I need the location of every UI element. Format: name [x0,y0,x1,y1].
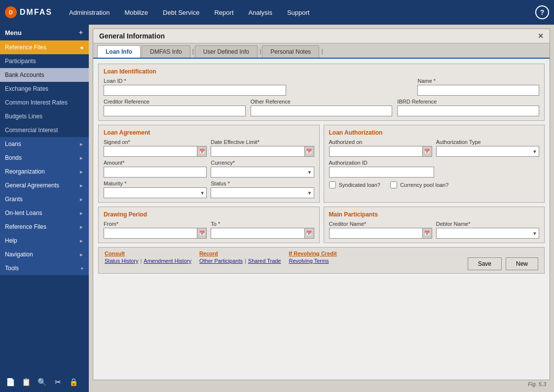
drawing-to-input[interactable] [211,228,304,239]
creditor-name-calendar-button[interactable]: 📅 [422,228,432,239]
logo-circle: D [5,6,17,18]
sidebar-item-grants[interactable]: Grants ► [0,192,89,206]
sidebar-item-reference-files[interactable]: Reference Files ◄ [0,40,89,54]
search-icon[interactable]: 🔍 [36,376,48,389]
signed-on-label: Signed on* [104,139,207,145]
authorized-on-input[interactable] [329,146,422,157]
sidebar-header-icon[interactable]: ✦ [78,29,84,36]
status-group: Status * ▼ [211,180,314,198]
revolving-credit-title: If Revolving Credit [289,250,336,256]
ibrd-ref-label: IBRD Reference [397,99,539,105]
revolving-terms-link[interactable]: Revolving Terms [289,258,329,264]
currency-select[interactable] [211,167,314,178]
arrow-right-icon: ► [79,183,84,188]
sidebar-item-general-agreements[interactable]: General Agreements ► [0,178,89,192]
record-separator: | [245,258,246,264]
arrow-right-icon: ► [79,238,84,244]
sidebar-item-bonds[interactable]: Bonds ► [0,151,89,165]
save-button[interactable]: Save [468,257,502,270]
close-button[interactable]: ✕ [538,32,544,40]
tab-loan-info[interactable]: Loan Info [97,45,141,58]
tab-dmfas-info[interactable]: DMFAS Info [142,45,190,58]
record-title: Record [199,250,281,256]
name-label: Name * [417,78,539,84]
signed-on-input[interactable] [104,146,197,157]
panel-title: General Information [99,32,165,40]
copy-icon[interactable]: 📋 [20,376,33,389]
arrow-right-icon: ► [79,155,84,161]
currency-pool-checkbox[interactable] [390,181,397,188]
syndicated-loan-group: Syndicated loan? [329,181,380,188]
sidebar-item-budgets-lines[interactable]: Budgets Lines [0,109,89,123]
drawing-from-input[interactable] [104,228,197,239]
arrow-right-icon: ✦ [80,266,84,271]
sidebar-item-commercial-interest[interactable]: Commercial Interest [0,123,89,137]
sidebar-item-navigation[interactable]: Navigation ► [0,248,89,261]
syndicated-loan-label: Syndicated loan? [339,182,380,188]
nav-item-administration[interactable]: Administration [62,6,116,19]
sidebar-item-participants[interactable]: Participants [0,54,89,68]
other-ref-group: Other Reference [251,99,393,116]
nav-item-support[interactable]: Support [280,6,317,19]
date-effective-calendar-button[interactable]: 📅 [304,146,314,157]
status-select[interactable] [211,187,314,198]
shared-trade-link[interactable]: Shared Trade [248,258,281,264]
auth-type-select[interactable] [436,146,539,157]
sidebar-item-common-interest-rates[interactable]: Common Interest Rates [0,96,89,109]
new-document-icon[interactable]: 📄 [4,376,17,389]
maturity-group: Maturity * ▼ [104,180,207,198]
drawing-to-calendar-button[interactable]: 📅 [304,228,314,239]
debtor-name-group: Debtor Name* ▼ [436,221,539,239]
auth-type-group: Authorization Type ▼ [436,139,539,157]
debtor-name-label: Debtor Name* [436,221,539,227]
sidebar-item-on-lent-loans[interactable]: On-lent Loans ► [0,206,89,220]
auth-id-input[interactable] [329,167,434,178]
tab-user-defined-info[interactable]: User Defined Info [195,45,258,58]
nav-item-debt-service[interactable]: Debt Service [156,6,206,19]
sidebar-item-tools[interactable]: Tools ✦ [0,261,89,275]
other-ref-input[interactable] [251,106,393,116]
creditor-name-input[interactable] [329,228,422,239]
drawing-to-group: To * 📅 [211,221,314,239]
maturity-select[interactable] [104,187,207,198]
consult-separator: | [140,258,142,264]
tab-bar: Loan Info DMFAS Info | User Defined Info… [93,43,550,59]
tab-separator-3: | [320,45,324,58]
sidebar-item-bank-accounts[interactable]: Bank Accounts [0,68,89,82]
sidebar-item-help[interactable]: Help ► [0,234,89,248]
other-participants-link[interactable]: Other Participants [199,258,243,264]
creditor-name-label: Creditor Name* [329,221,432,227]
fig-label: Fig. 5.3 [93,380,550,388]
authorized-on-calendar-button[interactable]: 📅 [422,146,432,157]
help-button[interactable]: ? [535,5,549,19]
nav-item-analysis[interactable]: Analysis [242,6,279,19]
syndicated-loan-checkbox[interactable] [329,181,336,188]
sidebar-item-reorganization[interactable]: Reorganization ► [0,165,89,178]
top-bar: D DMFAS Administration Mobilize Debt Ser… [0,0,554,25]
sidebar-item-exchange-rates[interactable]: Exchange Rates [0,82,89,96]
sidebar-item-reference-files-2[interactable]: Reference Files ► [0,220,89,234]
amount-input[interactable] [104,167,207,178]
tab-personal-notes[interactable]: Personal Notes [262,45,319,58]
consult-group: Consult Status History | Amendment Histo… [105,250,191,264]
date-effective-input[interactable] [211,146,304,157]
authorized-on-group: Authorized on 📅 [329,139,432,157]
nav-item-report[interactable]: Report [207,6,240,19]
new-button[interactable]: New [506,257,538,270]
creditor-ref-input[interactable] [104,106,246,116]
signed-on-calendar-button[interactable]: 📅 [197,146,207,157]
drawing-period-title: Drawing Period [104,211,314,218]
drawing-from-calendar-button[interactable]: 📅 [197,228,207,239]
nav-item-mobilize[interactable]: Mobilize [117,6,155,19]
status-history-link[interactable]: Status History [105,258,138,264]
loan-id-input[interactable] [104,85,286,96]
debtor-name-select[interactable] [436,228,539,239]
ibrd-ref-input[interactable] [397,106,539,116]
sidebar-item-loans[interactable]: Loans ► [0,137,89,151]
amendment-history-link[interactable]: Amendment History [144,258,191,264]
name-input[interactable] [417,85,539,96]
status-label: Status * [211,180,314,186]
action-buttons: Save New [468,250,538,270]
lock-icon[interactable]: 🔒 [67,376,80,389]
scissors-icon[interactable]: ✂ [51,376,64,389]
